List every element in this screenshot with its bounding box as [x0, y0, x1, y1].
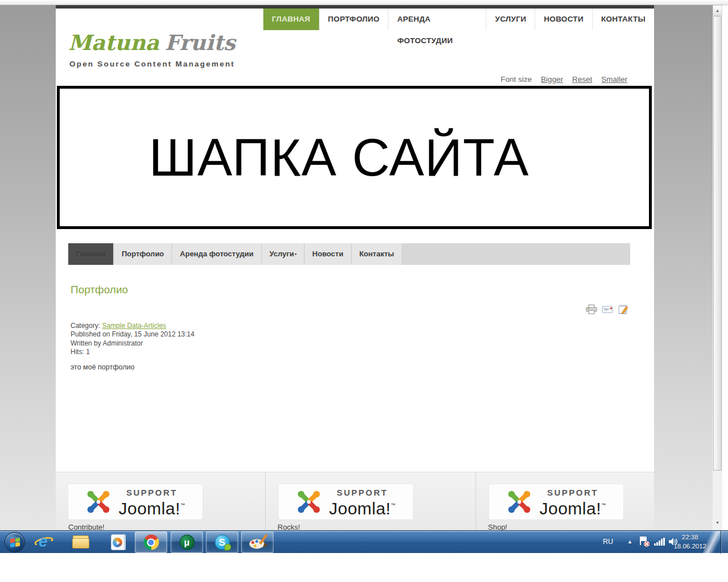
- windows-flag-icon: [10, 538, 20, 548]
- tab-kontakty[interactable]: Контакты: [352, 243, 402, 265]
- joomla-logo: [506, 489, 532, 515]
- nav-item-kontakty[interactable]: КОНТАКТЫ: [592, 9, 654, 30]
- logo-word-1: Matuna: [68, 30, 159, 55]
- skype-icon: S: [214, 535, 230, 550]
- tab-label: Главная: [76, 250, 106, 258]
- footer-divider: [475, 472, 476, 531]
- meta-category-line: Category: Sample Data-Articles: [71, 322, 195, 330]
- tab-arenda[interactable]: Аренда фотостудии: [172, 243, 260, 265]
- support-label: SUPPORT: [126, 488, 177, 497]
- article-title[interactable]: Портфолио: [71, 284, 128, 296]
- font-bigger-link[interactable]: Bigger: [541, 75, 563, 84]
- joomla-wordmark: Joomla!: [539, 499, 601, 518]
- tab-label: Аренда фотостудии: [180, 250, 253, 258]
- tab-uslugi[interactable]: Услуги▪: [262, 243, 304, 265]
- font-size-label: Font size: [500, 75, 532, 84]
- footer-divider: [265, 472, 266, 531]
- wmp-play-triangle: [117, 541, 120, 545]
- site-header-text: ШАПКА САЙТА: [149, 128, 530, 188]
- joomla-logo: [85, 489, 111, 515]
- envelope-icon[interactable]: [602, 305, 613, 314]
- nav-item-portfolio[interactable]: ПОРТФОЛИО: [319, 9, 388, 30]
- printer-icon[interactable]: [586, 305, 597, 314]
- tab-portfolio[interactable]: Портфолио: [114, 243, 171, 265]
- windows-start-orb[interactable]: [5, 532, 25, 552]
- site-tagline: Open Source Content Management: [69, 60, 235, 68]
- nav-item-uslugi[interactable]: УСЛУГИ: [486, 9, 535, 30]
- logo-word-2: Fruits: [165, 30, 235, 55]
- category-link[interactable]: Sample Data-Articles: [102, 322, 166, 330]
- dropdown-arrow-icon: ▪: [295, 243, 296, 265]
- joomla-brand: Joomla!™: [329, 497, 395, 517]
- folder-front: [72, 538, 89, 548]
- trademark-symbol: ™: [391, 502, 396, 508]
- font-size-controls: Font sizeBiggerResetSmaller: [500, 75, 627, 84]
- scrollbar-down-arrow[interactable]: ▼: [713, 517, 722, 529]
- scrollbar-thumb[interactable]: [713, 16, 722, 471]
- main-navigation: ГЛАВНАЯ ПОРТФОЛИО АРЕНДА ФОТОСТУДИИ УСЛУ…: [263, 9, 654, 30]
- clock-date: 18.06.2012: [673, 542, 706, 551]
- screen: ГЛАВНАЯ ПОРТФОЛИО АРЕНДА ФОТОСТУДИИ УСЛУ…: [0, 0, 728, 582]
- nav-item-novosti[interactable]: НОВОСТИ: [535, 9, 592, 30]
- folder-explorer-icon[interactable]: [72, 534, 90, 551]
- windows-taskbar: e µ S: [0, 530, 728, 553]
- tab-label: Контакты: [359, 250, 394, 258]
- paint-taskbar-button[interactable]: [241, 531, 274, 553]
- clock-time: 22:38: [673, 533, 706, 542]
- support-label: SUPPORT: [337, 488, 388, 497]
- show-desktop-button[interactable]: [721, 531, 728, 554]
- support-joomla-banner-2[interactable]: SUPPORT Joomla!™: [279, 484, 413, 519]
- flag-alert-icon[interactable]: [639, 537, 648, 547]
- chrome-icon: [143, 535, 159, 550]
- nav-item-glavnaya[interactable]: ГЛАВНАЯ: [263, 9, 319, 30]
- scrollbar-up-arrow[interactable]: ▲: [713, 5, 722, 16]
- webpage: ГЛАВНАЯ ПОРТФОЛИО АРЕНДА ФОТОСТУДИИ УСЛУ…: [56, 5, 654, 530]
- tab-novosti[interactable]: Новости: [305, 243, 351, 265]
- skype-status-blob: [224, 544, 231, 551]
- media-player-icon[interactable]: [109, 534, 127, 551]
- network-signal-icon[interactable]: [654, 538, 664, 546]
- utorrent-icon: µ: [179, 535, 195, 550]
- language-indicator[interactable]: RU: [603, 538, 613, 546]
- article-meta: Category: Sample Data-Articles Published…: [71, 322, 195, 357]
- meta-published-line: Published on Friday, 15 June 2012 13:14: [71, 330, 195, 339]
- site-logo[interactable]: MatunaFruits: [68, 30, 235, 55]
- category-label: Category:: [71, 322, 100, 330]
- support-label: SUPPORT: [547, 488, 598, 497]
- chevron-up-icon[interactable]: ▲: [627, 539, 632, 544]
- trademark-symbol: ™: [180, 502, 185, 508]
- skype-taskbar-button[interactable]: S: [206, 531, 238, 553]
- utorrent-taskbar-button[interactable]: µ: [171, 531, 203, 553]
- tab-glavnaya[interactable]: Главная: [68, 243, 113, 265]
- meta-author-line: Written by Administrator: [71, 339, 195, 348]
- nav-item-arenda[interactable]: АРЕНДА ФОТОСТУДИИ: [388, 9, 486, 30]
- font-smaller-link[interactable]: Smaller: [601, 75, 627, 84]
- joomla-brand: Joomla!™: [539, 497, 606, 517]
- joomla-wordmark: Joomla!: [329, 499, 391, 518]
- secondary-menu: Главная Портфолио Аренда фотостудии Услу…: [68, 243, 630, 265]
- taskbar-clock[interactable]: 22:38 18.06.2012: [673, 533, 706, 551]
- ie-letter: e: [39, 533, 48, 551]
- article-body-text: это моё портфолио: [71, 363, 134, 371]
- joomla-brand: Joomla!™: [118, 497, 185, 517]
- joomla-logo-text: SUPPORT Joomla!™: [329, 488, 395, 517]
- article-action-icons: [586, 305, 629, 314]
- tab-label: Услуги: [270, 250, 294, 258]
- font-reset-link[interactable]: Reset: [572, 75, 592, 84]
- meta-hits-line: Hits: 1: [71, 348, 195, 356]
- browser-edge-strip: [0, 0, 728, 5]
- tab-label: Портфолио: [122, 250, 164, 258]
- trademark-symbol: ™: [601, 502, 606, 508]
- support-joomla-banner-3[interactable]: SUPPORT Joomla!™: [489, 484, 623, 519]
- support-joomla-banner-1[interactable]: SUPPORT Joomla!™: [68, 484, 202, 519]
- paint-icon: [249, 535, 266, 550]
- edit-icon[interactable]: [618, 305, 629, 314]
- browser-scrollbar[interactable]: ▲ ▼: [713, 5, 722, 530]
- site-header-placeholder: ШАПКА САЙТА: [57, 86, 652, 229]
- tab-label: Новости: [312, 250, 344, 258]
- joomla-logo-text: SUPPORT Joomla!™: [539, 488, 606, 517]
- page-footer: SUPPORT Joomla!™ SUPPORT: [56, 472, 654, 530]
- joomla-wordmark: Joomla!: [118, 499, 180, 518]
- internet-explorer-icon[interactable]: e: [35, 534, 53, 551]
- chrome-taskbar-button[interactable]: [135, 531, 167, 553]
